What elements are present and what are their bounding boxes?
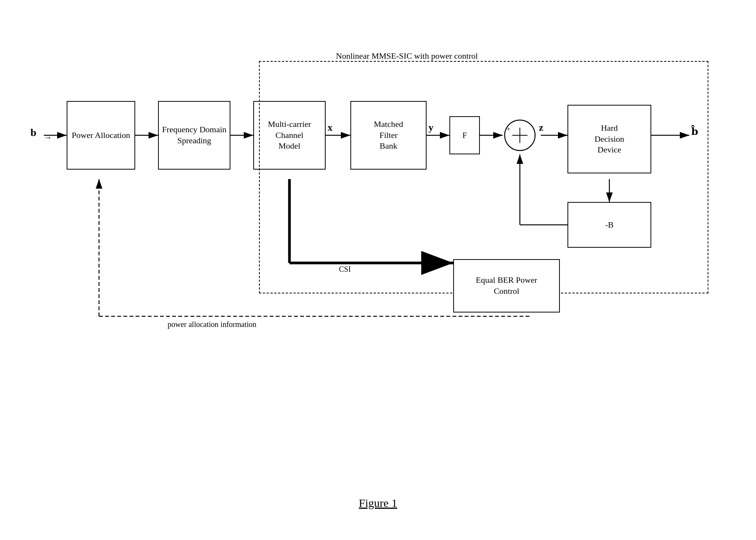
b-block: -B [567, 202, 651, 248]
z-signal-label: z [539, 122, 543, 133]
diagram-container: + b → Power Allocation Frequency Domain … [23, 38, 731, 381]
power-alloc-info-label: power allocation information [168, 320, 256, 329]
y-signal-label: y [428, 122, 433, 133]
b-input-label: b [30, 127, 37, 139]
f-label: F [462, 130, 467, 141]
figure-label: Figure 1 [359, 497, 397, 510]
hard-decision-label: HardDecisionDevice [595, 123, 624, 155]
matched-filter-block: MatchedFilterBank [350, 101, 427, 170]
csi-label: CSI [339, 265, 351, 274]
freq-domain-label: Frequency Domain Spreading [159, 124, 230, 146]
hard-decision-block: HardDecisionDevice [567, 105, 651, 173]
matched-filter-label: MatchedFilterBank [374, 119, 403, 152]
outer-box-label: Nonlinear MMSE-SIC with power control [336, 51, 478, 61]
b-hat-label: b̂ [691, 126, 698, 138]
power-allocation-block: Power Allocation [67, 101, 135, 170]
b-arrow: → [44, 133, 52, 143]
equal-ber-block: Equal BER PowerControl [453, 259, 560, 312]
b-label: -B [605, 220, 614, 231]
power-allocation-label: Power Allocation [72, 130, 130, 141]
freq-domain-spreading-block: Frequency Domain Spreading [158, 101, 230, 170]
nonlinear-mmse-box: Nonlinear MMSE-SIC with power control [259, 61, 708, 293]
equal-ber-label: Equal BER PowerControl [476, 275, 537, 296]
f-block: F [449, 116, 480, 154]
